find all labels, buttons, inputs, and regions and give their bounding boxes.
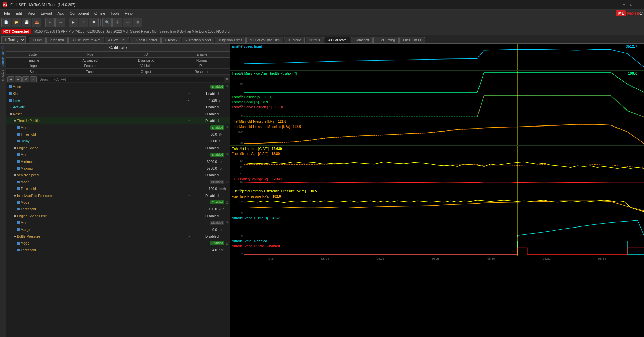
- expander-icon[interactable]: ■: [13, 235, 17, 238]
- item-icon: [17, 160, 20, 163]
- expander-icon[interactable]: ■: [13, 146, 17, 150]
- list-item[interactable]: State ~ Enabled: [6, 90, 230, 97]
- tab-ign-trims[interactable]: 8Ignition Trims: [215, 37, 246, 43]
- chart-row-lambda: Exhaust Lambda [G A/F]12.639 Fuel Mixtur…: [230, 146, 644, 176]
- list-item[interactable]: Delay 0.000 s: [6, 138, 230, 145]
- tab-boost[interactable]: 5Boost Control: [130, 37, 161, 43]
- list-item[interactable]: ■ Inlet Manifold Pressure ~ Disabled: [6, 192, 230, 199]
- tb-redo[interactable]: ↪: [55, 18, 65, 27]
- tab-fuel-vol[interactable]: 9Fuel Volume Trim: [246, 37, 283, 43]
- expander-icon[interactable]: ■: [13, 173, 17, 177]
- search-filter[interactable]: ≡: [30, 76, 37, 82]
- menu-component[interactable]: Component: [67, 11, 92, 16]
- chart-container: Engine Speed [rpm] 3512.7 5000 Thrott: [230, 44, 644, 337]
- list-item[interactable]: ▪ Activate ~ Enabled: [6, 104, 230, 111]
- list-item[interactable]: Time ~ 4.228 s: [6, 97, 230, 104]
- list-item[interactable]: Minimum 3000.0 rpm: [6, 158, 230, 165]
- tb-pause[interactable]: ⏸: [79, 18, 88, 27]
- list-item[interactable]: Threshold 100.0 kPa: [6, 206, 230, 213]
- list-item[interactable]: ■ Reset ~ Disabled: [6, 111, 230, 117]
- item-icon: [17, 187, 20, 190]
- search-clear[interactable]: ✕: [22, 76, 29, 82]
- tb-fit[interactable]: ⊞: [133, 18, 142, 27]
- tb-zoom-out[interactable]: ➖: [123, 18, 132, 27]
- list-item[interactable]: Margin 0.0 rpm: [6, 226, 230, 233]
- search-prev[interactable]: ◄: [7, 76, 14, 82]
- type-input[interactable]: Input: [6, 63, 62, 68]
- tab-flex-fuel[interactable]: 4Flex Fuel: [105, 37, 129, 43]
- menu-help[interactable]: Help: [122, 11, 135, 16]
- tab-camshaft[interactable]: Camshaft: [351, 37, 373, 43]
- list-item[interactable]: Mode Enabled ☑: [6, 151, 230, 158]
- minimize-button[interactable]: −: [622, 2, 626, 7]
- tab-all-calibrate[interactable]: All Calibrate: [325, 37, 350, 43]
- list-item[interactable]: Mode Enabled ☑: [6, 83, 230, 90]
- profile-select[interactable]: 1: Tuning: [1, 36, 26, 43]
- tb-play[interactable]: ▶: [69, 18, 78, 27]
- search-close-button[interactable]: ✕: [225, 77, 229, 82]
- tab-traction[interactable]: 7Traction Model: [182, 37, 214, 43]
- list-item[interactable]: ■ Engine Speed Limit ~ Disabled: [6, 213, 230, 219]
- tb-open[interactable]: 📂: [12, 18, 21, 27]
- type-advanced[interactable]: Advanced: [62, 58, 118, 63]
- tab-nitrous[interactable]: Nitrous: [306, 37, 324, 43]
- list-item[interactable]: Mode Enabled ☑: [6, 124, 230, 131]
- menu-online[interactable]: Online: [92, 11, 108, 16]
- item-badge-enabled: Enabled: [210, 85, 224, 89]
- type-engine[interactable]: Engine: [6, 58, 62, 63]
- tab-fuel[interactable]: 1Fuel: [29, 37, 46, 43]
- expander-icon[interactable]: ■: [13, 214, 17, 218]
- tab-fuel-film[interactable]: Fuel Film Pr: [399, 37, 425, 43]
- ql-layouts[interactable]: Layouts: [1, 69, 5, 82]
- tb-send[interactable]: 📤: [32, 18, 41, 27]
- tab-fuel-mixture[interactable]: 3Fuel Mixture Aim: [68, 37, 104, 43]
- search-input[interactable]: [38, 77, 224, 82]
- type-vehicle[interactable]: Vehicle: [118, 63, 174, 68]
- expander-icon[interactable]: ■: [9, 112, 13, 116]
- menu-file[interactable]: File: [1, 11, 13, 16]
- item-unit: rpm: [219, 160, 229, 164]
- list-item[interactable]: ■ Engine Speed ~ Disabled: [6, 145, 230, 151]
- type-pin[interactable]: Pin: [174, 63, 230, 68]
- expander-icon[interactable]: ▪: [9, 105, 13, 109]
- menu-edit[interactable]: Edit: [13, 11, 25, 16]
- tab-ignition[interactable]: 2Ignition: [46, 37, 68, 43]
- list-item[interactable]: Threshold 54.0 bar: [6, 247, 230, 253]
- list-item[interactable]: Mode Enabled ☑: [6, 240, 230, 247]
- maximize-button[interactable]: □: [629, 2, 634, 7]
- type-feature[interactable]: Feature: [62, 63, 118, 68]
- menu-layout[interactable]: Layout: [38, 11, 55, 16]
- type-tune[interactable]: Tune: [62, 69, 118, 74]
- tb-undo[interactable]: ↩: [45, 18, 55, 27]
- tb-new[interactable]: 📄: [1, 18, 11, 27]
- menu-add[interactable]: Add: [55, 11, 67, 16]
- expander-icon[interactable]: ■: [13, 119, 17, 122]
- expander-icon[interactable]: ■: [13, 194, 17, 197]
- list-item[interactable]: Mode Disabled ☑: [6, 219, 230, 226]
- menu-view[interactable]: View: [25, 11, 38, 16]
- type-setup[interactable]: Setup: [6, 69, 62, 74]
- search-next[interactable]: ►: [15, 76, 22, 82]
- ql-quick-launch[interactable]: Quick Launch: [1, 45, 5, 68]
- list-item[interactable]: Maximum 5750.0 rpm: [6, 165, 230, 172]
- type-normal[interactable]: Normal: [174, 58, 230, 63]
- list-item[interactable]: Threshold 30.0 %: [6, 131, 230, 138]
- tab-torque[interactable]: 0Torque: [284, 37, 305, 43]
- tab-fuel-timing[interactable]: Fuel Timing: [373, 37, 399, 43]
- close-button[interactable]: ×: [637, 2, 641, 7]
- tb-zoom[interactable]: 🔍: [102, 18, 112, 27]
- type-resource[interactable]: Resource: [174, 69, 230, 74]
- tb-save[interactable]: 💾: [22, 18, 31, 27]
- tb-zoom-in[interactable]: ➕: [112, 18, 122, 27]
- list-item[interactable]: ■ Throttle Position ~ Disabled: [6, 117, 230, 124]
- list-item[interactable]: ■ Vehicle Speed ~ Disabled: [6, 172, 230, 179]
- list-item[interactable]: Mode Enabled ☑: [6, 199, 230, 206]
- list-item[interactable]: Mode Disabled ☑: [6, 179, 230, 185]
- list-item[interactable]: Threshold 120.0 km/h: [6, 185, 230, 192]
- tab-knock[interactable]: 6Knock: [161, 37, 181, 43]
- menu-tools[interactable]: Tools: [108, 11, 122, 16]
- tb-stop[interactable]: ⏹: [89, 18, 99, 27]
- list-item[interactable]: ■ Bottle Pressure ~ Disabled: [6, 233, 230, 240]
- type-output[interactable]: Output: [118, 69, 174, 74]
- type-diagnostic[interactable]: Diagnostic: [118, 58, 174, 63]
